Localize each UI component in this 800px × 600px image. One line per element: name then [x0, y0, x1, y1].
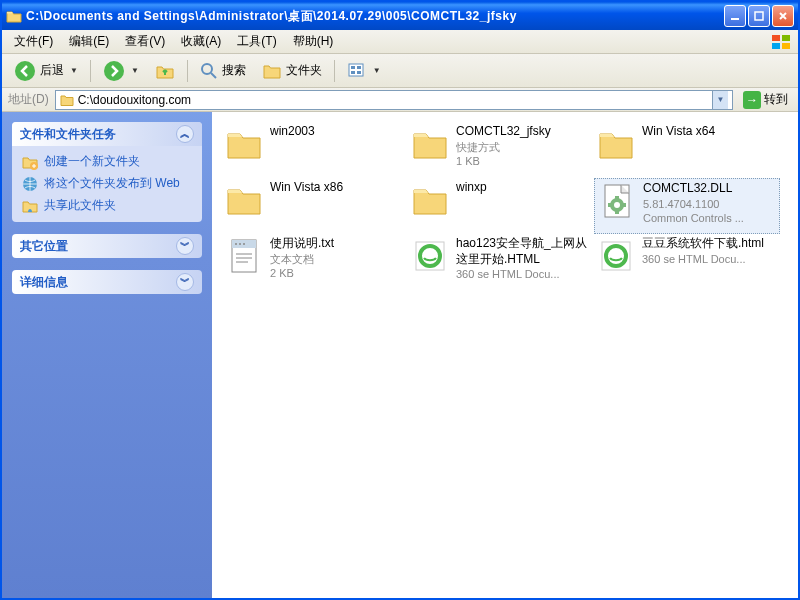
- details-header[interactable]: 详细信息 ︾: [12, 270, 202, 294]
- html-icon: [410, 236, 450, 276]
- svg-rect-20: [615, 211, 619, 214]
- task-share-folder[interactable]: 共享此文件夹: [22, 198, 192, 214]
- folder-icon: [60, 94, 74, 106]
- expand-icon[interactable]: ︾: [176, 237, 194, 255]
- go-label: 转到: [764, 91, 788, 108]
- minimize-button[interactable]: [724, 5, 746, 27]
- folder-icon: [410, 180, 450, 220]
- menu-file[interactable]: 文件(F): [6, 31, 61, 52]
- menu-edit[interactable]: 编辑(E): [61, 31, 117, 52]
- search-icon: [200, 62, 218, 80]
- file-meta: win2003: [270, 124, 315, 140]
- svg-point-26: [239, 243, 241, 245]
- file-desc2: 1 KB: [456, 154, 551, 168]
- file-desc2: Common Controls ...: [643, 211, 744, 225]
- file-item[interactable]: Win Vista x86: [222, 178, 408, 234]
- views-icon: [347, 62, 367, 80]
- svg-rect-11: [357, 66, 361, 69]
- menu-favorites[interactable]: 收藏(A): [173, 31, 229, 52]
- file-area[interactable]: win2003COMCTL32_jfsky快捷方式1 KBWin Vista x…: [212, 112, 798, 598]
- file-item[interactable]: 豆豆系统软件下载.html360 se HTML Docu...: [594, 234, 780, 290]
- file-item[interactable]: winxp: [408, 178, 594, 234]
- titlebar: C:\Documents and Settings\Administrator\…: [2, 2, 798, 30]
- file-item[interactable]: Win Vista x64: [594, 122, 780, 178]
- go-button[interactable]: → 转到: [739, 91, 792, 109]
- globe-icon: [22, 176, 38, 192]
- file-desc: 文本文档: [270, 252, 334, 266]
- search-button[interactable]: 搜索: [194, 59, 252, 83]
- file-name: win2003: [270, 124, 315, 140]
- svg-rect-2: [772, 35, 780, 41]
- other-places-header[interactable]: 其它位置 ︾: [12, 234, 202, 258]
- file-meta: Win Vista x64: [642, 124, 715, 140]
- svg-rect-19: [615, 196, 619, 199]
- file-item[interactable]: win2003: [222, 122, 408, 178]
- chevron-down-icon: ▼: [131, 66, 139, 75]
- back-icon: [14, 60, 36, 82]
- svg-point-18: [614, 202, 620, 208]
- dll-icon: [597, 181, 637, 221]
- file-item[interactable]: 使用说明.txt文本文档2 KB: [222, 234, 408, 290]
- folders-label: 文件夹: [286, 62, 322, 79]
- views-button[interactable]: ▼: [341, 59, 387, 83]
- tasks-panel-header[interactable]: 文件和文件夹任务 ︽: [12, 122, 202, 146]
- svg-rect-9: [349, 64, 363, 76]
- svg-point-6: [15, 61, 35, 81]
- task-new-folder[interactable]: 创建一个新文件夹: [22, 154, 192, 170]
- address-label: 地址(D): [8, 91, 49, 108]
- forward-button[interactable]: ▼: [97, 57, 145, 85]
- file-item[interactable]: COMCTL32.DLL5.81.4704.1100Common Control…: [594, 178, 780, 234]
- expand-icon[interactable]: ︾: [176, 273, 194, 291]
- svg-rect-4: [772, 43, 780, 49]
- address-dropdown[interactable]: ▼: [712, 91, 728, 109]
- menubar: 文件(F) 编辑(E) 查看(V) 收藏(A) 工具(T) 帮助(H): [2, 30, 798, 54]
- folder-icon: [224, 124, 264, 164]
- folders-button[interactable]: 文件夹: [256, 59, 328, 83]
- file-meta: Win Vista x86: [270, 180, 343, 196]
- svg-rect-12: [351, 71, 355, 74]
- file-name: 豆豆系统软件下载.html: [642, 236, 764, 252]
- up-button[interactable]: [149, 58, 181, 84]
- file-meta: 豆豆系统软件下载.html360 se HTML Docu...: [642, 236, 764, 266]
- window-title: C:\Documents and Settings\Administrator\…: [26, 8, 724, 25]
- separator: [187, 60, 188, 82]
- close-button[interactable]: [772, 5, 794, 27]
- file-desc: 5.81.4704.1100: [643, 197, 744, 211]
- sidebar: 文件和文件夹任务 ︽ 创建一个新文件夹 将这个文件夹发布到 Web 共享此文件夹: [2, 112, 212, 598]
- file-desc2: 2 KB: [270, 266, 334, 280]
- file-desc: 快捷方式: [456, 140, 551, 154]
- txt-icon: [224, 236, 264, 276]
- tasks-panel: 文件和文件夹任务 ︽ 创建一个新文件夹 将这个文件夹发布到 Web 共享此文件夹: [12, 122, 202, 222]
- collapse-icon[interactable]: ︽: [176, 125, 194, 143]
- task-label: 共享此文件夹: [44, 198, 116, 214]
- go-arrow-icon: →: [743, 91, 761, 109]
- svg-rect-22: [623, 203, 626, 207]
- svg-rect-1: [755, 12, 763, 20]
- address-input[interactable]: C:\doudouxitong.com ▼: [55, 90, 733, 110]
- chevron-down-icon: ▼: [373, 66, 381, 75]
- task-label: 将这个文件夹发布到 Web: [44, 176, 180, 192]
- chevron-down-icon: ▼: [70, 66, 78, 75]
- svg-point-27: [243, 243, 245, 245]
- svg-point-7: [104, 61, 124, 81]
- svg-rect-21: [608, 203, 611, 207]
- task-publish-web[interactable]: 将这个文件夹发布到 Web: [22, 176, 192, 192]
- menu-help[interactable]: 帮助(H): [285, 31, 342, 52]
- separator: [334, 60, 335, 82]
- file-name: COMCTL32.DLL: [643, 181, 744, 197]
- file-meta: hao123安全导航_上网从这里开始.HTML360 se HTML Docu.…: [456, 236, 592, 281]
- back-button[interactable]: 后退 ▼: [8, 57, 84, 85]
- menu-view[interactable]: 查看(V): [117, 31, 173, 52]
- other-places-panel: 其它位置 ︾: [12, 234, 202, 258]
- svg-rect-3: [782, 35, 790, 41]
- file-item[interactable]: COMCTL32_jfsky快捷方式1 KB: [408, 122, 594, 178]
- menu-tools[interactable]: 工具(T): [229, 31, 284, 52]
- file-item[interactable]: hao123安全导航_上网从这里开始.HTML360 se HTML Docu.…: [408, 234, 594, 290]
- file-desc: 360 se HTML Docu...: [642, 252, 764, 266]
- file-name: hao123安全导航_上网从这里开始.HTML: [456, 236, 592, 267]
- file-name: winxp: [456, 180, 487, 196]
- svg-point-8: [202, 64, 212, 74]
- file-name: 使用说明.txt: [270, 236, 334, 252]
- window-controls: [724, 5, 794, 27]
- maximize-button[interactable]: [748, 5, 770, 27]
